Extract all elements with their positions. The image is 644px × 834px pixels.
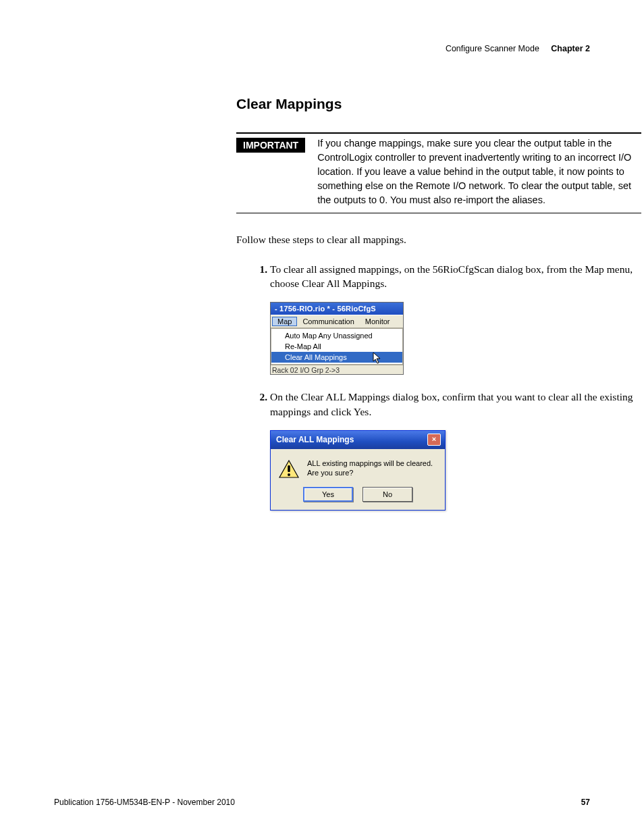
yes-button[interactable]: Yes (303, 487, 353, 502)
steps-list: To clear all assigned mappings, on the 5… (250, 262, 644, 291)
menu-option-clear-all[interactable]: Clear All Mappings (271, 352, 402, 363)
page-header: Configure Scanner Mode Chapter 2 (446, 44, 590, 53)
warning-icon (279, 460, 299, 479)
menu-option-clear-all-label: Clear All Mappings (285, 353, 347, 361)
dialog-message: ALL existing mappings will be cleared. A… (307, 459, 433, 479)
menu-dropdown: Auto Map Any Unassigned Re-Map All Clear… (271, 328, 403, 365)
close-button[interactable]: × (427, 434, 441, 446)
menu-monitor[interactable]: Monitor (360, 317, 396, 326)
dialog-titlebar: Clear ALL Mappings × (271, 431, 445, 449)
steps-list-2: On the Clear ALL Mappings dialog box, co… (250, 390, 644, 419)
important-text: If you change mappings, make sure you cl… (317, 136, 641, 207)
chapter-label: Chapter 2 (551, 44, 590, 53)
svg-point-3 (288, 473, 290, 476)
important-callout: IMPORTANT If you change mappings, make s… (236, 132, 641, 213)
dialog-body: ALL existing mappings will be cleared. A… (271, 449, 445, 483)
svg-marker-0 (373, 353, 380, 363)
step-1: To clear all assigned mappings, on the 5… (270, 262, 644, 291)
close-icon: × (432, 436, 436, 443)
intro-text: Follow these steps to clear all mappings… (236, 232, 641, 247)
step-2: On the Clear ALL Mappings dialog box, co… (270, 390, 644, 419)
menubar: Map Communication Monitor (271, 315, 403, 328)
page-number: 57 (581, 798, 590, 807)
window-title: - 1756-RIO.rio * - 56RioCfgS (271, 303, 403, 315)
screenshot-menu-window: - 1756-RIO.rio * - 56RioCfgS Map Communi… (270, 302, 404, 375)
dialog-message-line1: ALL existing mappings will be cleared. (307, 459, 433, 469)
cursor-icon (373, 352, 385, 365)
dialog-buttons: Yes No (271, 483, 445, 510)
svg-rect-2 (288, 465, 290, 472)
menu-option-automap[interactable]: Auto Map Any Unassigned (271, 330, 402, 341)
section-title: Clear Mappings (236, 96, 590, 112)
page-footer: Publication 1756-UM534B-EN-P - November … (54, 798, 590, 807)
dialog-title: Clear ALL Mappings (276, 435, 354, 444)
dialog-message-line2: Are you sure? (307, 468, 433, 478)
menu-communication[interactable]: Communication (297, 317, 359, 326)
important-badge: IMPORTANT (236, 138, 305, 153)
menu-map[interactable]: Map (272, 317, 297, 326)
menu-option-remap[interactable]: Re-Map All (271, 341, 402, 352)
window-status: Rack 02 I/O Grp 2->3 (271, 365, 403, 374)
screenshot-dialog: Clear ALL Mappings × ALL existing mappin… (270, 430, 446, 511)
breadcrumb: Configure Scanner Mode (446, 44, 539, 53)
publication-info: Publication 1756-UM534B-EN-P - November … (54, 798, 235, 807)
no-button[interactable]: No (363, 487, 412, 502)
